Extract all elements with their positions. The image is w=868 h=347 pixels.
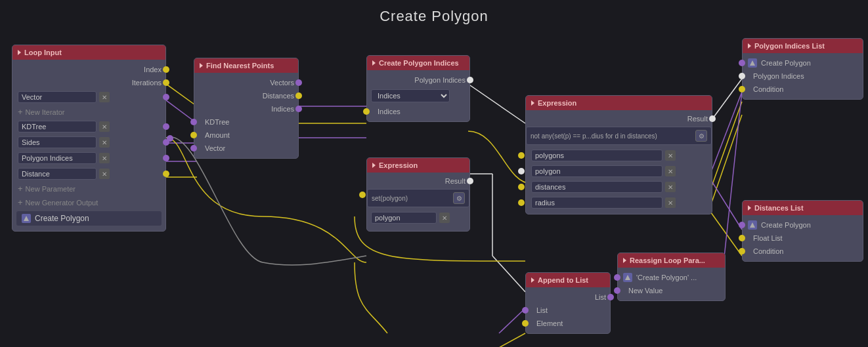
fnp-distances-port[interactable]: [295, 92, 302, 99]
atl-list-label: List: [595, 293, 606, 301]
new-iterator-plus[interactable]: +: [18, 107, 23, 117]
fnp-body: Vectors Distances Indices KDTree Amount: [194, 73, 298, 158]
expr2-polygon-input[interactable]: [531, 165, 662, 177]
expr1-result-port[interactable]: [467, 178, 473, 184]
fnp-indices-port[interactable]: [295, 106, 302, 112]
svg-line-11: [492, 256, 525, 292]
distances-list-node: Distances List Create Polygon Float List…: [742, 200, 863, 262]
expr1-gear-btn[interactable]: ⚙: [453, 192, 465, 204]
expr2-result-port[interactable]: [709, 115, 716, 122]
fnp-vectors-row: Vectors: [194, 76, 298, 89]
expression1-node: Expression Result set(polygon) ⚙ ✕: [366, 157, 470, 232]
expr1-remove-btn[interactable]: ✕: [439, 213, 450, 223]
expr2-polygons-port[interactable]: [518, 152, 525, 159]
cpi-body: Polygon Indices Indices Indices: [367, 70, 469, 121]
vector-remove-btn[interactable]: ✕: [99, 92, 110, 102]
rlp-new-value-port[interactable]: [614, 287, 620, 294]
svg-marker-21: [24, 216, 29, 221]
cpi-title: Create Polygon Indices: [379, 59, 459, 67]
new-parameter-plus[interactable]: +: [18, 184, 23, 194]
iterations-row: Iterations: [12, 76, 165, 89]
expr2-collapse-icon[interactable]: [531, 100, 534, 106]
atl-element-label: Element: [530, 319, 563, 327]
dl-create-polygon-port[interactable]: [739, 222, 745, 228]
pil-polygon-indices-port[interactable]: [739, 73, 745, 79]
fnp-kdtree-port-left[interactable]: [190, 119, 197, 125]
cpi-indices-port[interactable]: [363, 108, 370, 115]
dl-condition-port[interactable]: [739, 248, 745, 255]
expr1-polygon-port[interactable]: [359, 192, 366, 198]
pil-body: Create Polygon Polygon Indices Condition: [743, 53, 863, 99]
expr2-polygon-remove[interactable]: ✕: [665, 166, 676, 176]
atl-collapse-icon[interactable]: [531, 277, 534, 283]
atl-element-port[interactable]: [522, 320, 529, 327]
find-nearest-points-header: Find Nearest Points: [194, 58, 298, 73]
rlp-create-polygon-port[interactable]: [614, 274, 620, 281]
polygon-indices-input[interactable]: [18, 152, 97, 164]
pil-collapse-icon[interactable]: [748, 43, 751, 49]
pil-header: Polygon Indices List: [743, 39, 863, 53]
expr2-distances-port[interactable]: [518, 184, 525, 190]
fnp-vector-row: Vector: [194, 142, 298, 155]
expr2-radius-row: ✕: [526, 195, 712, 211]
expr1-polygon-input[interactable]: [371, 212, 437, 224]
fnp-vector-port[interactable]: [190, 145, 197, 152]
expr2-radius-input[interactable]: [531, 197, 662, 209]
kdtree-remove-btn[interactable]: ✕: [99, 121, 110, 132]
node-canvas: Loop Input Index Iterations ✕ + New Iter…: [0, 26, 868, 347]
collapse-icon[interactable]: [18, 50, 21, 55]
polygon-indices-port[interactable]: [163, 155, 169, 161]
distance-remove-btn[interactable]: ✕: [99, 169, 110, 179]
new-parameter-row: + New Parameter: [12, 182, 165, 195]
polygon-indices-remove-btn[interactable]: ✕: [99, 153, 110, 163]
fnp-amount-port[interactable]: [190, 132, 197, 138]
rlp-new-value-row: New Value: [618, 284, 725, 297]
fnp-collapse-icon[interactable]: [200, 63, 203, 68]
expr2-radius-remove[interactable]: ✕: [665, 197, 676, 208]
distance-port[interactable]: [163, 171, 169, 177]
cpi-collapse-icon[interactable]: [372, 60, 376, 66]
rlp-new-value-label: New Value: [622, 287, 662, 295]
cpi-polygon-indices-port[interactable]: [467, 77, 473, 83]
index-label: Index: [144, 66, 162, 73]
rlp-collapse-icon[interactable]: [623, 258, 626, 263]
atl-title: Append to List: [538, 276, 588, 284]
index-port[interactable]: [163, 66, 169, 73]
fnp-vectors-port[interactable]: [295, 79, 302, 86]
create-polygon-port[interactable]: [167, 135, 173, 142]
vector-input[interactable]: [18, 91, 97, 103]
expr2-radius-port[interactable]: [518, 199, 525, 206]
loop-input-header: Loop Input: [12, 45, 165, 60]
expr2-polygon-port[interactable]: [518, 168, 525, 174]
expr2-distances-row: ✕: [526, 179, 712, 195]
kdtree-input[interactable]: [18, 121, 97, 133]
expr2-polygons-remove[interactable]: ✕: [665, 150, 676, 161]
rlp-create-polygon-row: 'Create Polygon' ...: [618, 271, 725, 284]
vector-port[interactable]: [163, 94, 169, 100]
iterations-port[interactable]: [163, 79, 169, 86]
sides-input[interactable]: [18, 136, 97, 148]
atl-list-port-right[interactable]: [607, 294, 614, 300]
new-generator-output-row: + New Generator Output: [12, 195, 165, 209]
new-generator-output-plus[interactable]: +: [18, 197, 23, 207]
sides-remove-btn[interactable]: ✕: [99, 137, 110, 148]
cpi-indices-select[interactable]: Indices: [371, 89, 450, 102]
kdtree-port[interactable]: [163, 123, 169, 130]
find-nearest-points-node: Find Nearest Points Vectors Distances In…: [194, 58, 299, 159]
dl-float-list-port[interactable]: [739, 235, 745, 241]
expr2-distances-remove[interactable]: ✕: [665, 182, 676, 192]
atl-list-port-left[interactable]: [522, 307, 529, 314]
expr2-polygons-input[interactable]: [531, 150, 662, 161]
dl-collapse-icon[interactable]: [748, 205, 751, 211]
distance-input[interactable]: [18, 168, 97, 180]
expr2-body: Result not any(set(p) == p...dius for d …: [526, 110, 712, 214]
pil-create-polygon-row: Create Polygon: [743, 56, 863, 70]
append-to-list-node: Append to List List List Element: [525, 272, 611, 334]
pil-create-polygon-port[interactable]: [739, 60, 745, 66]
pil-condition-port[interactable]: [739, 86, 745, 92]
expr1-collapse-icon[interactable]: [372, 163, 376, 168]
pil-polygon-indices-label: Polygon Indices: [747, 72, 804, 80]
expr2-distances-input[interactable]: [531, 181, 662, 193]
rlp-title: Reassign Loop Para...: [630, 256, 705, 264]
expr2-gear-btn[interactable]: ⚙: [695, 130, 707, 142]
